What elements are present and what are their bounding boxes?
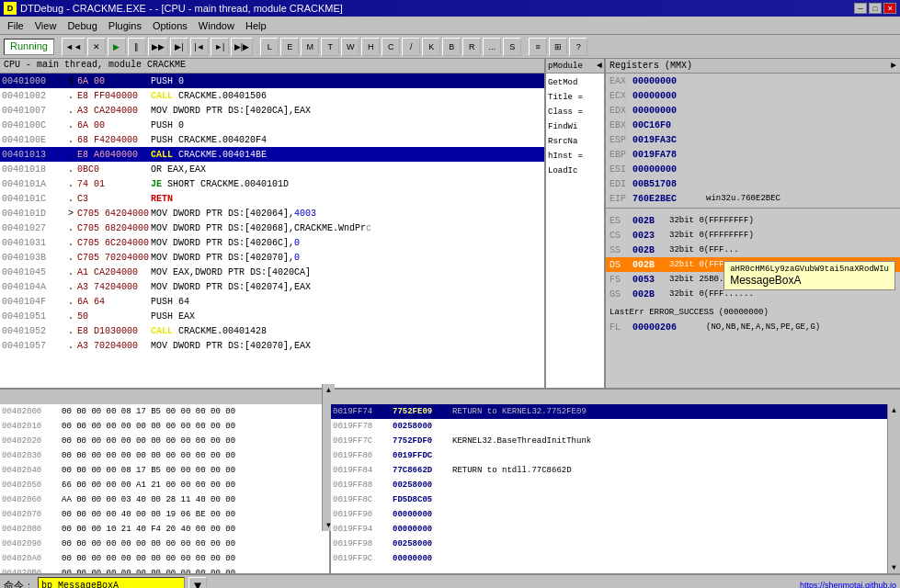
disasm-row[interactable]: 0040103B . C705 70204000 MOV DWORD PTR D… (0, 250, 544, 265)
tb-btn-H[interactable]: H (361, 38, 380, 56)
tb-btn-slash[interactable]: / (402, 38, 420, 56)
stack-row[interactable]: 0019FF80 0019FFDC (331, 448, 900, 463)
disasm-row[interactable]: 00401045 . A1 CA204000 MOV EAX,DWORD PTR… (0, 265, 544, 279)
minimize-button[interactable]: ─ (854, 3, 867, 14)
menu-file[interactable]: File (2, 18, 29, 33)
disasm-row[interactable]: 00401007 . A3 CA204000 MOV DWORD PTR DS:… (0, 103, 544, 118)
menu-help[interactable]: Help (240, 18, 272, 33)
tb-btn-L[interactable]: L (260, 38, 279, 56)
disasm-row[interactable]: 00401018 . 0BC0 OR EAX,EAX (0, 162, 544, 176)
disasm-row[interactable]: 00401057 . A3 70204000 MOV DWORD PTR DS:… (0, 338, 544, 353)
hex-row[interactable]: 00402040 00 00 00 00 08 17 B5 00 00 00 0… (0, 463, 329, 478)
stack-row[interactable]: 0019FF78 00258000 (331, 419, 900, 434)
tb-btn-M[interactable]: M (301, 38, 319, 56)
reg-row-ebx[interactable]: EBX 00C16F0 (606, 118, 900, 132)
tb-btn-T[interactable]: T (321, 38, 339, 56)
menu-options[interactable]: Options (147, 18, 193, 33)
disasm-row[interactable]: 0040101C . C3 RETN (0, 191, 544, 206)
stack-row[interactable]: 0019FF90 00000000 (331, 507, 900, 522)
reg-row-fl[interactable]: FL 00000206 (NO,NB,NE,A,NS,PE,GE,G) (606, 320, 900, 334)
disasm-row[interactable]: 00401002 . E8 FF040000 CALL CRACKME.0040… (0, 88, 544, 103)
reg-row-eip[interactable]: EIP 760E2BEC win32u.760E2BEC (606, 191, 900, 206)
menu-plugins[interactable]: Plugins (103, 18, 147, 33)
reg-row-esi[interactable]: ESI 00000000 (606, 162, 900, 176)
stack-row[interactable]: 0019FF7C 7752FDF0 KERNEL32.BaseThreadIni… (331, 434, 900, 448)
reg-row-ecx[interactable]: ECX 00000000 (606, 88, 900, 103)
tb-btn-K[interactable]: K (422, 38, 440, 56)
stack-row[interactable]: 0019FF74 7752FE09 RETURN to KERNEL32.775… (331, 404, 900, 419)
stack-row[interactable]: 0019FF84 77C8662D RETURN to ntdll.77C866… (331, 463, 900, 478)
hex-row[interactable]: 00402090 00 00 00 00 00 00 00 00 00 00 0… (0, 537, 329, 551)
tb-btn-stop[interactable]: ✕ (87, 38, 106, 56)
hex-row[interactable]: 00402060 AA 00 00 00 03 40 00 28 11 40 0… (0, 492, 329, 507)
disasm-row[interactable]: 00401027 . C705 68204000 MOV DWORD PTR D… (0, 220, 544, 235)
tooltip-subtext: MessageBoxA (730, 274, 889, 287)
pmodule-collapse[interactable]: ◄ (597, 61, 602, 71)
tb-btn-grid[interactable]: ⊞ (549, 38, 567, 56)
disasm-row[interactable]: 00401000 $ 6A 00 PUSH 0 (0, 74, 544, 88)
cmd-label: 命令： (4, 579, 34, 589)
restore-button[interactable]: □ (869, 3, 882, 14)
disasm-row[interactable]: 00401052 . E8 D1030000 CALL CRACKME.0040… (0, 323, 544, 338)
reg-row-cs[interactable]: CS 0023 32bit 0(FFFFFFFF) (606, 228, 900, 243)
menu-view[interactable]: View (29, 18, 63, 33)
reg-row-ebp[interactable]: EBP 0019FA78 (606, 147, 900, 162)
stack-row[interactable]: 0019FF94 00000000 (331, 522, 900, 537)
reg-row-edi[interactable]: EDI 00B51708 (606, 176, 900, 191)
disasm-row[interactable]: 0040101D > C705 64204000 MOV DWORD PTR D… (0, 206, 544, 220)
tb-btn-more[interactable]: ... (483, 38, 501, 56)
disasm-row[interactable]: 0040100E . 68 F4204000 PUSH CRACKME.0040… (0, 132, 544, 147)
tb-btn-run[interactable]: ▶ (108, 38, 126, 56)
tb-btn-stepover[interactable]: |◄ (190, 38, 209, 56)
disasm-row[interactable]: 00401013 . E8 A6040000 CALL CRACKME.0040… (0, 147, 544, 162)
tb-btn-pause[interactable]: ‖ (128, 38, 146, 56)
tb-btn-step[interactable]: ▶| (170, 38, 188, 56)
reg-row-ss[interactable]: SS 002B 32bit 0(FFF... (606, 243, 900, 257)
disasm-row[interactable]: 0040104A . A3 74204000 MOV DWORD PTR DS:… (0, 279, 544, 294)
hex-row[interactable]: 00402020 00 00 00 00 00 00 00 00 00 00 0… (0, 434, 329, 448)
hex-row[interactable]: 00402080 00 00 00 10 21 40 F4 20 40 00 0… (0, 522, 329, 537)
hex-row[interactable]: 00402000 00 00 00 00 08 17 B5 00 00 00 0… (0, 404, 329, 419)
stack-row[interactable]: 0019FF98 00258000 (331, 537, 900, 551)
tb-btn-stepout[interactable]: ►| (211, 38, 229, 56)
tb-btn-cpu[interactable]: ≡ (529, 38, 547, 56)
reg-row-eax[interactable]: EAX 00000000 (606, 74, 900, 88)
reg-row-esp[interactable]: ESP 0019FA3C (606, 132, 900, 147)
disasm-row[interactable]: 0040104F . 6A 64 PUSH 64 (0, 294, 544, 309)
stack-row[interactable]: 0019FF88 00258000 (331, 478, 900, 492)
hex-scrollbar[interactable]: ▲ ▼ (322, 390, 331, 531)
tb-btn-rewind[interactable]: ◄◄ (62, 38, 85, 56)
registers-header: Registers (MMX) ► (606, 59, 900, 74)
tb-btn-B[interactable]: B (442, 38, 461, 56)
reg-row-es[interactable]: ES 002B 32bit 0(FFFFFFFF) (606, 213, 900, 228)
stack-scrollbar[interactable]: ▲ ▼ (887, 404, 900, 573)
menu-debug[interactable]: Debug (62, 18, 102, 33)
disasm-row[interactable]: 00401031 . C705 6C204000 MOV DWORD PTR D… (0, 235, 544, 250)
disasm-row[interactable]: 0040100C . 6A 00 PUSH 0 (0, 118, 544, 132)
disasm-row[interactable]: 0040101A . 74 01 JE SHORT CRACKME.004010… (0, 176, 544, 191)
tb-btn-C[interactable]: C (382, 38, 400, 56)
hex-row[interactable]: 00402030 00 00 00 00 00 00 00 00 00 00 0… (0, 448, 329, 463)
tb-btn-trace[interactable]: ▶|▶ (231, 38, 253, 56)
tb-btn-E[interactable]: E (280, 38, 299, 56)
reg-collapse[interactable]: ► (891, 61, 896, 71)
tb-btn-S[interactable]: S (503, 38, 521, 56)
tb-btn-R[interactable]: R (462, 38, 481, 56)
hex-row[interactable]: 004020B0 00 00 00 00 00 00 00 00 00 00 0… (0, 566, 329, 573)
tb-btn-help[interactable]: ? (569, 38, 587, 56)
tb-btn-fastrun[interactable]: ▶▶ (148, 38, 168, 56)
reg-row-edx[interactable]: EDX 00000000 (606, 103, 900, 118)
registers-panel: Registers (MMX) ► EAX 00000000 ECX 00000… (606, 59, 900, 388)
close-button[interactable]: ✕ (883, 3, 896, 14)
disasm-row[interactable]: 00401051 . 50 PUSH EAX (0, 309, 544, 323)
tb-btn-W[interactable]: W (341, 38, 359, 56)
stack-row[interactable]: 0019FF8C FD5D8C05 (331, 492, 900, 507)
hex-row[interactable]: 00402010 00 00 00 00 00 00 00 00 00 00 0… (0, 419, 329, 434)
command-input[interactable] (38, 577, 185, 588)
menu-window[interactable]: Window (193, 18, 240, 33)
hex-row[interactable]: 004020A0 00 00 00 00 00 00 00 00 00 00 0… (0, 551, 329, 566)
hex-row[interactable]: 00402070 00 00 00 00 40 00 00 19 06 BE 0… (0, 507, 329, 522)
stack-row[interactable]: 0019FF9C 00000000 (331, 551, 900, 566)
hex-row[interactable]: 00402050 66 00 00 00 00 A1 21 00 00 00 0… (0, 478, 329, 492)
cmd-dropdown-btn[interactable]: ▼ (188, 577, 207, 588)
